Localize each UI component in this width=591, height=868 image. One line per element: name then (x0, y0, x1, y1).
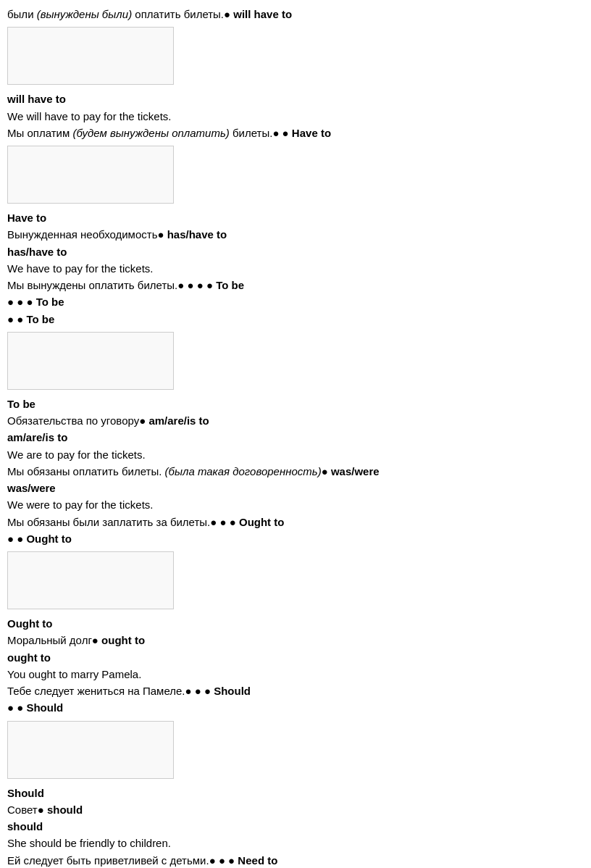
text-line: To be (7, 396, 584, 412)
section-will-have-to-section: will have toWe will have to pay for the … (7, 27, 584, 141)
text-line: was/were (7, 480, 584, 496)
image-placeholder-should-section (7, 721, 174, 779)
text-line: She should be friendly to children. (7, 835, 584, 851)
text-line: Ей следует быть приветливей с детьми.● ●… (7, 852, 584, 869)
text-line: ● ● To be (7, 311, 584, 327)
text-line: ● ● Should (7, 699, 584, 716)
text-line: ought to (7, 649, 584, 666)
section-have-to-section: Have toВынужденная необходимость● has/ha… (7, 146, 584, 327)
image-placeholder-ought-to-section (7, 551, 174, 609)
text-line: We will have to pay for the tickets. (7, 108, 584, 125)
text-line: Мы вынуждены оплатить билеты.● ● ● ● To … (7, 277, 584, 293)
text-line: should (7, 818, 584, 835)
text-line: Вынужденная необходимость● has/have to (7, 226, 584, 243)
main-content: были (вынуждены были) оплатить билеты.● … (7, 6, 584, 868)
section-should-section: ShouldСовет● shouldshouldShe should be f… (7, 721, 584, 869)
text-line: Should (7, 785, 584, 801)
text-line: We have to pay for the tickets. (7, 260, 584, 277)
image-placeholder-to-be-section (7, 332, 174, 390)
text-line: ● ● ● To be (7, 293, 584, 310)
text-line: You ought to marry Pamela. (7, 666, 584, 683)
text-line: Have to (7, 209, 584, 226)
text-line: Мы обязаны оплатить билеты. (была такая … (7, 463, 584, 480)
text-line: Моральный долг● ought to (7, 632, 584, 648)
text-line: Мы оплатим (будем вынуждены оплатить) би… (7, 125, 584, 141)
text-line: Совет● should (7, 801, 584, 818)
text-line: will have to (7, 91, 584, 107)
text-line: We are to pay for the tickets. (7, 446, 584, 463)
text-line: Обязательства по уговору● am/are/is to (7, 412, 584, 429)
text-line: Ought to (7, 615, 584, 632)
section-to-be-section: To beОбязательства по уговору● am/are/is… (7, 332, 584, 547)
section-ought-to-section: Ought toМоральный долг● ought toought to… (7, 551, 584, 717)
text-line: Мы обязаны были заплатить за билеты.● ● … (7, 514, 584, 530)
text-line: am/are/is to (7, 429, 584, 446)
text-line: были (вынуждены были) оплатить билеты.● … (7, 6, 584, 22)
section-will-have-to-intro: были (вынуждены были) оплатить билеты.● … (7, 6, 584, 22)
image-placeholder-will-have-to-section (7, 27, 174, 85)
image-placeholder-have-to-section (7, 146, 174, 204)
text-line: has/have to (7, 243, 584, 260)
text-line: We were to pay for the tickets. (7, 496, 584, 513)
text-line: Тебе следует жениться на Памеле.● ● ● Sh… (7, 683, 584, 699)
text-line: ● ● Ought to (7, 530, 584, 547)
